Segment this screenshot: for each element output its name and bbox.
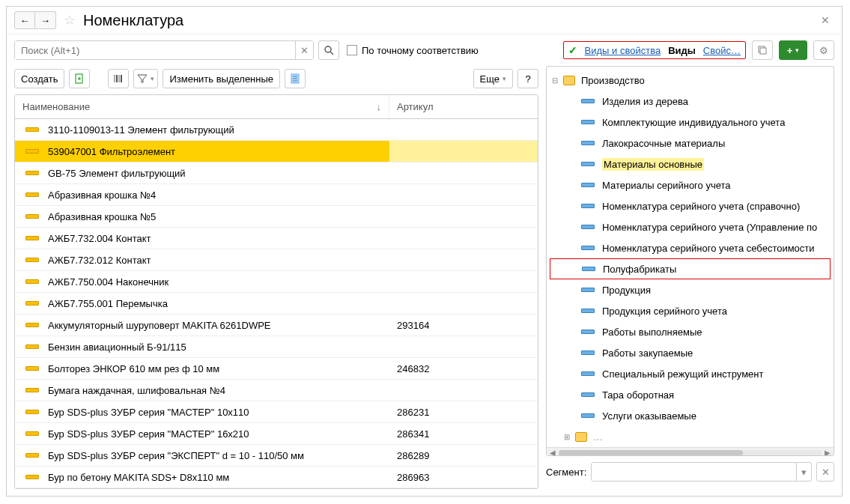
close-icon[interactable]: ✕ — [816, 14, 834, 26]
edit-selected-button[interactable]: Изменить выделенные — [163, 69, 280, 88]
item-icon — [25, 236, 39, 240]
table-row[interactable]: 539047001 Фильтроэлемент — [15, 141, 538, 163]
tree-item[interactable]: Изделия из дерева — [547, 91, 834, 112]
category-icon — [581, 330, 595, 334]
search-button[interactable] — [318, 40, 339, 60]
cell-name: Бур SDS-plus ЗУБР серия "ЭКСПЕРТ" d = 10… — [48, 450, 389, 461]
cell-name: АЖБ7.732.004 Контакт — [48, 233, 389, 244]
tree-item[interactable]: Специальный режущий инструмент — [547, 363, 834, 384]
cell-name: АЖБ7.755.001 Перемычка — [48, 298, 389, 309]
table-row[interactable]: АЖБ7.750.004 Наконечник — [15, 271, 538, 293]
search-clear-button[interactable]: ✕ — [295, 41, 313, 59]
search-input[interactable] — [15, 41, 295, 59]
tree-item[interactable]: Продукция серийного учета — [547, 300, 834, 321]
table-row[interactable]: Бумага наждачная, шлифовальная №4 — [15, 380, 538, 401]
tab-types[interactable]: Виды — [668, 45, 696, 56]
tree-item[interactable]: Комплектующие индивидуального учета — [547, 112, 834, 133]
expand-icon[interactable]: ⊞ — [562, 433, 572, 441]
tree-item[interactable]: Продукция — [547, 279, 834, 300]
table-row[interactable]: Бур по бетону MAKITA SDS+ D8x110 мм28696… — [15, 467, 538, 488]
check-icon: ✓ — [568, 44, 577, 56]
tree-item[interactable]: Номенклатура серийного учета себестоимос… — [547, 237, 834, 258]
table-row[interactable]: Болторез ЭНКОР 610 мм рез ф 10 мм246832 — [15, 358, 538, 380]
cell-article: 293164 — [389, 320, 429, 331]
tree-item[interactable]: Номенклатура серийного учета (справочно) — [547, 195, 834, 216]
segment-input[interactable] — [592, 463, 796, 481]
nav-back-button[interactable]: ← — [14, 11, 35, 29]
tree-item[interactable]: Услуги оказываемые — [547, 405, 834, 426]
tree-item-label: Лакокрасочные материалы — [602, 138, 725, 149]
tree-item[interactable]: Тара оборотная — [547, 384, 834, 405]
tree-more-row[interactable]: ⊞ … — [547, 426, 834, 447]
item-icon — [25, 410, 39, 414]
tree-item[interactable]: Лакокрасочные материалы — [547, 133, 834, 154]
item-icon — [25, 127, 39, 132]
table-row[interactable]: Абразивная крошка №5 — [15, 206, 538, 228]
reports-button[interactable] — [285, 69, 306, 88]
table-row[interactable]: Абразивная крошка №4 — [15, 184, 538, 206]
create-button[interactable]: Создать — [14, 69, 64, 88]
tree-item[interactable]: Работы закупаемые — [547, 342, 834, 363]
table-row[interactable]: Аккумуляторный шуруповерт MAKITA 6261DWP… — [15, 315, 538, 336]
table-row[interactable]: АЖБ7.755.001 Перемычка — [15, 293, 538, 315]
segment-dropdown-button[interactable]: ▾ — [796, 463, 811, 481]
tree-item-label: Изделия из дерева — [602, 96, 688, 107]
table-row[interactable]: Бур SDS-plus ЗУБР серия "МАСТЕР" 10x1102… — [15, 401, 538, 423]
category-icon — [581, 309, 595, 313]
items-table: Наименование ↓ Артикул 3110-1109013-11 Э… — [14, 94, 538, 489]
scroll-left-icon[interactable]: ◀ — [550, 449, 556, 456]
category-icon — [581, 371, 595, 376]
tab-types-and-props[interactable]: Виды и свойства — [585, 45, 661, 56]
add-button[interactable]: + ▾ — [779, 40, 807, 60]
segment-row: Сегмент: ▾ ✕ — [546, 456, 834, 482]
scroll-right-icon[interactable]: ▶ — [825, 449, 831, 456]
segment-clear-button[interactable]: ✕ — [816, 462, 834, 482]
create-copy-button[interactable] — [69, 69, 90, 88]
filter-button[interactable]: ▾ — [133, 69, 158, 88]
horizontal-scrollbar[interactable]: ◀ ▶ — [547, 447, 834, 456]
item-icon — [25, 214, 39, 219]
table-row[interactable]: GB-75 Элемент фильтрующий — [15, 163, 538, 184]
table-row[interactable]: АЖБ7.732.004 Контакт — [15, 228, 538, 249]
funnel-icon — [137, 73, 148, 84]
tab-props[interactable]: Свойс… — [703, 45, 741, 56]
cell-name: Бур SDS-plus ЗУБР серия "МАСТЕР" 16x210 — [48, 428, 389, 440]
cell-name: Бур SDS-plus ЗУБР серия "МАСТЕР" 10x110 — [48, 407, 389, 418]
plus-icon: + — [787, 45, 793, 56]
exact-match-checkbox[interactable]: По точному соответствию — [347, 45, 479, 56]
gear-icon: ⚙ — [819, 45, 828, 56]
nav-forward-button[interactable]: → — [35, 11, 56, 29]
cell-name: АЖБ7.732.012 Контакт — [48, 255, 389, 266]
tree-item-label: Работы выполняемые — [602, 327, 702, 338]
barcode-button[interactable] — [108, 69, 129, 88]
tree-item[interactable]: Номенклатура серийного учета (Управление… — [547, 216, 834, 237]
column-header-name[interactable]: Наименование ↓ — [15, 95, 389, 118]
collapse-icon[interactable]: ⊟ — [550, 76, 560, 85]
copy-icon — [757, 45, 768, 55]
tree-item[interactable]: Работы выполняемые — [547, 321, 834, 342]
table-row[interactable]: Бур SDS-plus ЗУБР серия "МАСТЕР" 16x2102… — [15, 423, 538, 445]
more-button[interactable]: Еще ▾ — [473, 69, 513, 88]
checkbox-icon — [347, 45, 357, 55]
copy-button[interactable] — [752, 40, 773, 60]
list-icon — [290, 73, 300, 84]
tree-root[interactable]: ⊟ Производство — [547, 70, 834, 91]
settings-button[interactable]: ⚙ — [813, 40, 834, 60]
tree-item-label: Услуги оказываемые — [602, 410, 696, 422]
table-row[interactable]: АЖБ7.732.012 Контакт — [15, 249, 538, 271]
help-button[interactable]: ? — [517, 69, 538, 88]
column-header-article[interactable]: Артикул — [389, 95, 538, 118]
category-icon — [581, 350, 595, 355]
table-row[interactable]: 3110-1109013-11 Элемент фильтрующий — [15, 119, 538, 141]
tree-item-label: Продукция — [602, 285, 651, 296]
item-icon — [25, 475, 39, 479]
category-icon — [581, 392, 595, 397]
tree-item[interactable]: Полуфабрикаты — [550, 258, 831, 279]
tree-item[interactable]: Материалы серийного учета — [547, 174, 834, 195]
table-row[interactable]: Бензин авиационный Б-91/115 — [15, 336, 538, 358]
table-row[interactable]: Бур SDS-plus ЗУБР серия "ЭКСПЕРТ" d = 10… — [15, 445, 538, 467]
barcode-icon — [113, 73, 124, 84]
favorite-star-icon[interactable]: ☆ — [64, 12, 76, 28]
tree-item[interactable]: Материалы основные — [547, 154, 834, 174]
titlebar: ← → ☆ Номенклатура ✕ — [7, 7, 842, 34]
